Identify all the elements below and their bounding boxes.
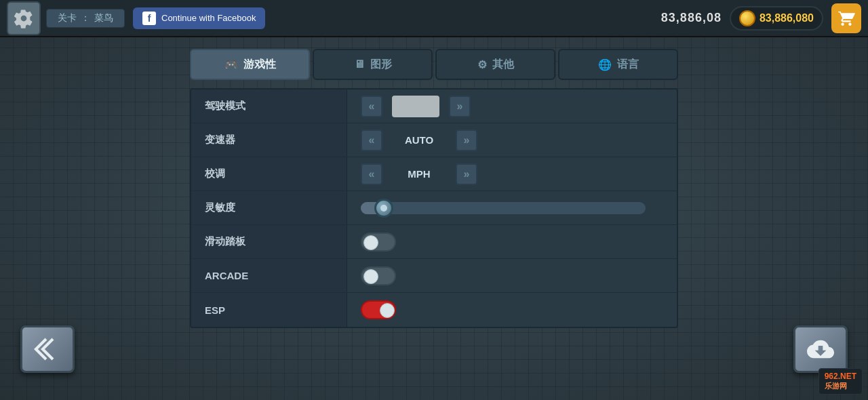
slider-thumb-inner [380,205,387,212]
esp-control [347,300,677,319]
arcade-toggle[interactable] [361,266,396,285]
gear-button[interactable] [7,1,41,35]
gear-icon [14,8,34,28]
transmission-label: 变速器 [191,123,347,157]
tab-other-icon: ⚙ [477,58,487,71]
settings-panel: 驾驶模式 « » 变速器 « AUTO » [190,88,678,328]
drive-mode-control: « » [347,96,677,117]
calibration-label: 校调 [191,157,347,191]
tab-gameplay-icon: 🎮 [224,58,238,71]
setting-row-transmission: 变速器 « AUTO » [191,123,677,157]
watermark-sub: 乐游网 [825,382,847,390]
cloud-save-icon [807,336,834,363]
main-content: 🎮 游戏性 🖥 图形 ⚙ 其他 🌐 语言 驾驶模式 « » [0,39,868,400]
top-bar: 关卡 ： 菜鸟 f Continue with Facebook 83,886,… [0,0,868,37]
arcade-control [347,266,677,285]
setting-row-drive-mode: 驾驶模式 « » [191,89,677,123]
drive-mode-value-box [392,96,439,117]
drive-mode-next-btn[interactable]: » [449,96,471,117]
left-double-arrow-icon: « [369,100,375,113]
back-icon [34,336,61,363]
cloud-nav-area [793,325,848,373]
arcade-label: ARCADE [191,259,347,292]
right-double-arrow-icon: » [464,168,470,180]
calibration-prev-btn[interactable]: « [361,163,382,185]
fb-label: Continue with Facebook [161,13,256,23]
sensitivity-slider-thumb[interactable] [374,199,393,218]
transmission-control: « AUTO » [347,129,677,151]
colon: ： [81,12,90,24]
tab-graphics[interactable]: 🖥 图形 [313,49,433,80]
drive-mode-prev-btn[interactable]: « [361,96,382,117]
sensitivity-label: 灵敏度 [191,191,347,224]
arcade-toggle-knob [363,269,378,284]
tab-language-label: 语言 [617,58,639,72]
sensitivity-control [347,202,677,214]
transmission-value: AUTO [392,134,446,146]
slide-pedal-control [347,233,677,252]
facebook-button[interactable]: f Continue with Facebook [133,7,265,29]
watermark-site: 962.NET [825,372,856,381]
level-badge: 关卡 ： 菜鸟 [46,9,125,28]
score-display: 83,886,08 [661,11,722,25]
cloud-save-button[interactable] [793,325,848,373]
coin-count: 83,886,080 [760,12,814,24]
tab-language-icon: 🌐 [598,58,612,71]
right-double-arrow-icon: » [464,134,470,146]
tab-gameplay[interactable]: 🎮 游戏性 [190,49,310,80]
cart-icon [837,9,855,27]
setting-row-arcade: ARCADE [191,259,677,293]
left-double-arrow-icon: « [369,134,375,146]
calibration-control: « MPH » [347,163,677,185]
drive-mode-label: 驾驶模式 [191,89,347,123]
facebook-icon: f [142,12,156,25]
left-double-arrow-icon: « [369,168,375,180]
level-label: 关卡 [58,12,77,24]
setting-row-esp: ESP [191,293,677,327]
setting-row-sensitivity: 灵敏度 [191,191,677,225]
setting-row-slide-pedal: 滑动踏板 [191,225,677,259]
calibration-next-btn[interactable]: » [456,163,477,185]
tab-language[interactable]: 🌐 语言 [558,49,678,80]
tab-gameplay-label: 游戏性 [243,58,276,72]
slide-pedal-toggle[interactable] [361,233,396,252]
watermark: 962.NET 乐游网 [818,368,863,395]
transmission-next-btn[interactable]: » [456,129,477,151]
setting-row-calibration: 校调 « MPH » [191,157,677,191]
cart-button[interactable] [831,3,861,33]
tab-other[interactable]: ⚙ 其他 [435,49,555,80]
coin-badge: 83,886,080 [730,6,823,31]
rank-label: 菜鸟 [94,12,113,24]
coin-icon [739,10,755,26]
back-nav-area [20,325,75,373]
tab-graphics-label: 图形 [370,58,392,72]
slide-pedal-label: 滑动踏板 [191,225,347,258]
esp-toggle-knob [380,303,395,318]
sensitivity-slider-track[interactable] [361,202,646,214]
top-right-area: 83,886,08 83,886,080 [661,3,861,33]
esp-label: ESP [191,293,347,327]
settings-tabs: 🎮 游戏性 🖥 图形 ⚙ 其他 🌐 语言 [190,49,678,80]
tab-other-label: 其他 [492,58,514,72]
transmission-prev-btn[interactable]: « [361,129,382,151]
back-button[interactable] [20,325,75,373]
calibration-value: MPH [392,168,446,180]
slide-pedal-toggle-knob [363,235,378,250]
tab-graphics-icon: 🖥 [354,58,365,71]
esp-toggle[interactable] [361,300,396,319]
right-double-arrow-icon: » [457,100,463,113]
